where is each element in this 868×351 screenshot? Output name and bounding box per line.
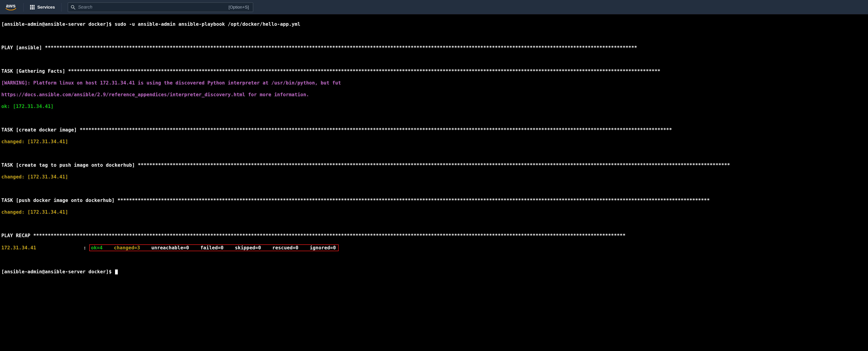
- task-label: TASK [create docker image]: [1, 127, 80, 133]
- recap-colon: :: [81, 245, 89, 251]
- task-result-changed: changed: [172.31.34.41]: [1, 139, 867, 145]
- task-label: TASK [push docker image onto dockerhub]: [1, 198, 118, 203]
- task-header-push-docker-image: TASK [push docker image onto dockerhub] …: [1, 197, 867, 203]
- task-header-create-tag: TASK [create tag to push image onto dock…: [1, 162, 867, 168]
- star-fill: ****************************************…: [80, 127, 672, 133]
- terminal-blank: [1, 151, 867, 156]
- recap-ignored: ignored=0: [310, 245, 337, 251]
- play-recap-header: PLAY RECAP *****************************…: [1, 233, 867, 238]
- recap-unreachable: unreachable=0: [151, 245, 200, 251]
- recap-host: 172.31.34.41: [1, 245, 81, 251]
- star-fill: ****************************************…: [138, 162, 730, 168]
- recap-label: PLAY RECAP: [1, 233, 33, 238]
- play-recap-row: 172.31.34.41 : ok=4changed=3unreachable=…: [1, 245, 867, 251]
- task-label: TASK [Gathering Facts]: [1, 68, 68, 74]
- terminal-blank: [1, 33, 867, 39]
- search-icon: [68, 5, 78, 9]
- task-header-create-docker-image: TASK [create docker image] *************…: [1, 127, 867, 133]
- task-label: TASK [create tag to push image onto dock…: [1, 162, 138, 168]
- play-header-label: PLAY [ansible]: [1, 45, 45, 51]
- task-result-ok: ok: [172.31.34.41]: [1, 103, 867, 109]
- recap-failed: failed=0: [200, 245, 235, 251]
- warning-line: https://docs.ansible.com/ansible/2.9/ref…: [1, 92, 867, 98]
- terminal-blank: [1, 115, 867, 121]
- ok-result: ok: [172.31.34.41]: [1, 104, 54, 109]
- changed-result: changed: [172.31.34.41]: [1, 210, 68, 215]
- recap-highlight-box: ok=4changed=3unreachable=0failed=0skippe…: [89, 245, 339, 251]
- warning-text: [WARNING]: Platform linux on host 172.31…: [1, 80, 341, 86]
- aws-logo[interactable]: aws: [0, 3, 22, 11]
- terminal-blank: [1, 221, 867, 227]
- terminal-line: [ansible-admin@ansible-server docker]$: [1, 269, 867, 275]
- task-result-changed: changed: [172.31.34.41]: [1, 209, 867, 215]
- nav-search[interactable]: [Option+S]: [68, 2, 253, 12]
- recap-rescued: rescued=0: [272, 245, 310, 251]
- shell-prompt: [ansible-admin@ansible-server docker]$: [1, 269, 115, 275]
- changed-result: changed: [172.31.34.41]: [1, 174, 68, 180]
- warning-text: https://docs.ansible.com/ansible/2.9/ref…: [1, 92, 309, 97]
- shell-command: sudo -u ansible-admin ansible-playbook /…: [115, 22, 301, 27]
- aws-top-nav: aws Services [Option+S]: [0, 0, 868, 14]
- svg-point-0: [71, 5, 74, 8]
- terminal-blank: [1, 186, 867, 192]
- terminal-line: [ansible-admin@ansible-server docker]$ s…: [1, 21, 867, 27]
- svg-line-1: [74, 8, 75, 9]
- star-fill: ****************************************…: [68, 68, 660, 74]
- star-fill: ****************************************…: [45, 45, 637, 51]
- aws-logo-text: aws: [6, 3, 16, 8]
- services-label: Services: [37, 5, 55, 10]
- terminal-blank: [1, 257, 867, 263]
- star-fill: ****************************************…: [118, 198, 710, 203]
- shell-prompt: [ansible-admin@ansible-server docker]$: [1, 22, 115, 27]
- search-input[interactable]: [78, 4, 224, 10]
- terminal-output[interactable]: [ansible-admin@ansible-server docker]$ s…: [0, 14, 868, 281]
- recap-changed: changed=3: [114, 245, 151, 251]
- changed-result: changed: [172.31.34.41]: [1, 139, 68, 144]
- recap-skipped: skipped=0: [235, 245, 272, 251]
- warning-line: [WARNING]: Platform linux on host 172.31…: [1, 80, 867, 86]
- star-fill: ****************************************…: [33, 233, 625, 238]
- play-header: PLAY [ansible] *************************…: [1, 45, 867, 51]
- recap-ok: ok=4: [91, 245, 114, 251]
- search-shortcut-hint: [Option+S]: [228, 5, 249, 10]
- task-result-changed: changed: [172.31.34.41]: [1, 174, 867, 180]
- terminal-cursor: [115, 269, 118, 275]
- task-header-gathering-facts: TASK [Gathering Facts] *****************…: [1, 68, 867, 74]
- services-grid-icon: [30, 5, 35, 9]
- aws-smile-icon: [5, 8, 16, 11]
- services-button[interactable]: Services: [25, 0, 60, 14]
- terminal-blank: [1, 57, 867, 62]
